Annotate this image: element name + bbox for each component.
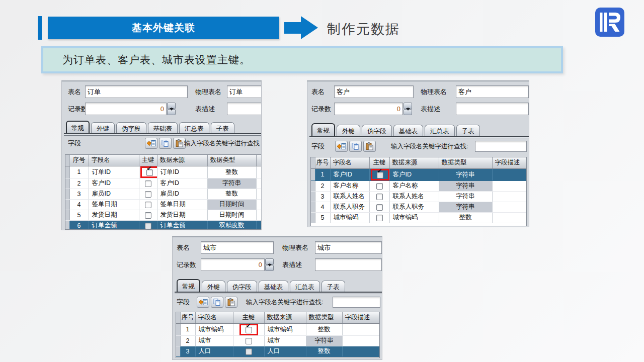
paste-button[interactable]: [363, 141, 376, 152]
field-row[interactable]: 4签单日期签单日期日期时间: [65, 199, 262, 210]
data-type-cell: 整数: [439, 212, 492, 223]
column-header: 字段描述: [342, 312, 380, 323]
record-count-input[interactable]: [334, 103, 403, 115]
note-text: 为订单表、客户表、城市表设置主键。: [43, 53, 251, 67]
primary-key-checkbox[interactable]: [376, 183, 383, 190]
field-name-cell: 雇员ID: [89, 189, 139, 199]
table-name-input[interactable]: [201, 241, 274, 254]
copy-button[interactable]: [211, 297, 223, 308]
field-name-cell: 城市编码: [195, 323, 233, 335]
primary-key-checkbox[interactable]: [145, 202, 151, 208]
data-type-cell: 字符串: [207, 178, 256, 189]
primary-key-checkbox[interactable]: [145, 223, 151, 229]
field-row[interactable]: 4联系人职务联系人职务字符串: [311, 202, 527, 212]
field-row[interactable]: 3人口人口整数: [176, 346, 380, 356]
field-row[interactable]: 1订单ID订单ID整数: [65, 166, 262, 178]
primary-key-checkbox[interactable]: [246, 338, 252, 344]
data-type-cell: 字符串: [439, 180, 492, 191]
field-search-input[interactable]: [333, 297, 380, 308]
arrow-right-icon: [301, 16, 318, 39]
primary-key-checkbox[interactable]: [376, 204, 383, 211]
data-type-cell: 字符串: [439, 168, 492, 180]
field-row[interactable]: 1城市编码城市编码整数: [176, 323, 380, 335]
table-description-input[interactable]: [227, 103, 262, 115]
primary-key-checkbox[interactable]: [145, 180, 151, 187]
physical-table-name-input[interactable]: [315, 241, 382, 254]
primary-key-cell: [369, 191, 389, 202]
field-desc-cell: [492, 168, 527, 180]
tab-underline: [309, 136, 529, 138]
table-description-input[interactable]: [315, 258, 382, 271]
primary-key-checkbox[interactable]: [145, 191, 151, 198]
add-field-icon: [198, 298, 208, 306]
accent-bar: [38, 16, 42, 40]
primary-key-checkbox[interactable]: [376, 215, 383, 221]
field-row[interactable]: 6订单金额订单金额双精度数: [65, 220, 262, 230]
field-grid: 序号字段名主键数据来源数据类型字段描述1城市编码城市编码整数2城市城市字符串3人…: [176, 312, 380, 358]
row-number-cell: 1: [180, 323, 195, 335]
primary-key-checkbox[interactable]: [246, 327, 252, 333]
column-header: 主键: [233, 312, 264, 323]
primary-key-checkbox[interactable]: [146, 169, 153, 176]
primary-key-checkbox[interactable]: [377, 172, 383, 178]
record-count-spinner: [404, 103, 412, 115]
field-row[interactable]: 3雇员ID雇员ID整数: [65, 189, 262, 199]
row-number-cell: 1: [315, 168, 330, 180]
copy-button[interactable]: [159, 138, 172, 149]
field-label: 字段: [311, 140, 325, 152]
data-type-cell: 整数: [306, 346, 342, 356]
row-gutter: [176, 346, 180, 356]
add-field-button[interactable]: [145, 138, 157, 149]
primary-key-checkbox[interactable]: [246, 348, 252, 355]
row-number-cell: 2: [180, 335, 195, 346]
primary-key-cell: [233, 335, 264, 346]
physical-table-name-input[interactable]: [456, 85, 529, 98]
banner-title: 基本外键关联: [132, 21, 195, 35]
paste-icon: [175, 139, 184, 147]
table-description-input[interactable]: [456, 103, 529, 115]
primary-key-cell: [139, 189, 157, 199]
row-gutter: [311, 180, 315, 191]
spinner-down-button[interactable]: [404, 109, 412, 116]
table-name-input[interactable]: [334, 85, 414, 98]
record-count-input[interactable]: [201, 258, 265, 271]
primary-key-cell: [233, 346, 264, 356]
field-table: 序号字段名主键数据来源数据类型1订单ID订单ID整数2客户ID客户ID字符串3雇…: [65, 155, 262, 230]
row-gutter: [311, 202, 315, 212]
field-row[interactable]: 2客户ID客户ID字符串: [65, 178, 262, 189]
field-row[interactable]: 2客户名称客户名称字符串: [311, 180, 527, 191]
row-number-cell: 5: [69, 210, 89, 220]
field-search-label: 输入字段名关键字进行查找:: [246, 297, 323, 308]
record-count-input[interactable]: [85, 103, 167, 115]
field-row[interactable]: 5发货日期发货日期日期时间: [65, 210, 262, 220]
primary-key-cell: [233, 323, 264, 335]
spinner-down-button[interactable]: [167, 109, 176, 116]
field-name-cell: 联系人职务: [330, 202, 369, 212]
field-row[interactable]: 3联系人姓名联系人姓名字符串: [311, 191, 527, 202]
slide-background: { "slide": { "banner_title": "基本外键关联", "…: [0, 0, 644, 362]
spinner-down-icon: [170, 108, 174, 114]
data-type-cell: 字符串: [306, 335, 342, 346]
row-gutter: [65, 220, 69, 230]
data-source-cell: 城市: [264, 335, 306, 346]
copy-button[interactable]: [349, 141, 362, 152]
field-search-input[interactable]: [475, 141, 527, 152]
paste-button[interactable]: [225, 297, 237, 308]
add-field-button[interactable]: [197, 297, 209, 308]
field-name-cell: 客户ID: [89, 178, 139, 189]
data-type-cell: 整数: [207, 189, 256, 199]
arrow-right-icon: [284, 22, 301, 34]
add-field-button[interactable]: [335, 141, 348, 152]
row-number-cell: 4: [69, 199, 89, 210]
field-row[interactable]: 1客户ID客户ID字符串: [311, 168, 527, 180]
field-row[interactable]: 2城市城市字符串: [176, 335, 380, 346]
primary-key-highlight: [239, 324, 258, 335]
field-desc-cell: [342, 335, 380, 346]
primary-key-checkbox[interactable]: [376, 194, 383, 200]
field-row[interactable]: 5城市编码城市编码整数: [311, 212, 527, 223]
physical-table-name-input[interactable]: [227, 85, 262, 98]
spinner-down-button[interactable]: [265, 265, 274, 272]
field-search-label: 输入字段名关键字进行查找: [184, 138, 260, 149]
primary-key-checkbox[interactable]: [145, 212, 151, 219]
table-name-input[interactable]: [85, 85, 188, 98]
